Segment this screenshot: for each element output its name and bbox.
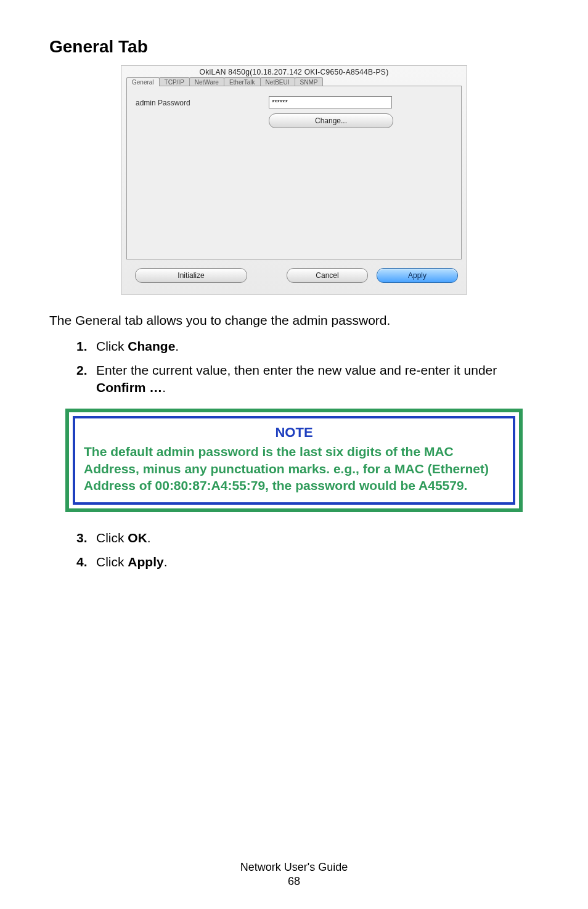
step-text-bold: OK	[128, 531, 147, 545]
intro-text: The General tab allows you to change the…	[49, 312, 539, 329]
step-number: 2.	[76, 362, 96, 397]
step-text: Click OK.	[96, 529, 151, 547]
step-text-post: .	[164, 555, 168, 569]
step-text-bold: Confirm …	[96, 380, 162, 394]
steps-list-2: 3. Click OK. 4. Click Apply.	[76, 529, 539, 571]
page-footer: Network User's Guide 68	[0, 861, 588, 888]
password-label: admin Password	[136, 99, 190, 107]
admin-password-field[interactable]	[269, 96, 392, 108]
step-text: Click Apply.	[96, 553, 168, 571]
list-item: 1. Click Change.	[76, 338, 539, 355]
tab-netbeui[interactable]: NetBEUI	[260, 77, 295, 86]
step-text-pre: Click	[96, 339, 128, 353]
step-text: Click Change.	[96, 338, 179, 355]
general-panel: admin Password Change...	[126, 86, 462, 259]
cancel-button[interactable]: Cancel	[287, 268, 368, 283]
step-text: Enter the current value, then enter the …	[96, 362, 539, 397]
note-title: NOTE	[84, 425, 504, 441]
step-text-post: .	[175, 339, 179, 353]
apply-button[interactable]: Apply	[377, 268, 458, 283]
list-item: 2. Enter the current value, then enter t…	[76, 362, 539, 397]
step-text-pre: Click	[96, 531, 128, 545]
tab-bar: General TCP/IP NetWare EtherTalk NetBEUI…	[121, 77, 467, 86]
tab-snmp[interactable]: SNMP	[295, 77, 324, 86]
step-text-pre: Enter the current value, then enter the …	[96, 363, 497, 377]
step-number: 3.	[76, 529, 96, 547]
steps-list-1: 1. Click Change. 2. Enter the current va…	[76, 338, 539, 396]
tab-netware[interactable]: NetWare	[189, 77, 224, 86]
tab-ethertalk[interactable]: EtherTalk	[224, 77, 261, 86]
note-callout: NOTE The default admin password is the l…	[65, 409, 523, 512]
step-text-post: .	[147, 531, 151, 545]
step-text-pre: Click	[96, 555, 128, 569]
list-item: 3. Click OK.	[76, 529, 539, 547]
step-text-post: .	[162, 380, 166, 394]
note-body: The default admin password is the last s…	[84, 443, 504, 494]
window-title: OkiLAN 8450g(10.18.207.142 OKI-C9650-A85…	[121, 66, 467, 77]
dialog-button-row: Initialize Cancel Apply	[121, 264, 467, 294]
footer-page-number: 68	[0, 875, 588, 888]
step-number: 1.	[76, 338, 96, 355]
change-button[interactable]: Change...	[269, 113, 393, 128]
note-callout-inner: NOTE The default admin password is the l…	[73, 416, 515, 505]
tab-general[interactable]: General	[126, 77, 160, 86]
footer-title: Network User's Guide	[240, 861, 348, 873]
section-heading: General Tab	[49, 37, 539, 57]
list-item: 4. Click Apply.	[76, 553, 539, 571]
step-text-bold: Change	[128, 339, 175, 353]
step-number: 4.	[76, 553, 96, 571]
tab-tcpip[interactable]: TCP/IP	[159, 77, 190, 86]
step-text-bold: Apply	[128, 555, 163, 569]
screenshot-dialog: OkiLAN 8450g(10.18.207.142 OKI-C9650-A85…	[121, 65, 467, 295]
initialize-button[interactable]: Initialize	[135, 268, 247, 283]
